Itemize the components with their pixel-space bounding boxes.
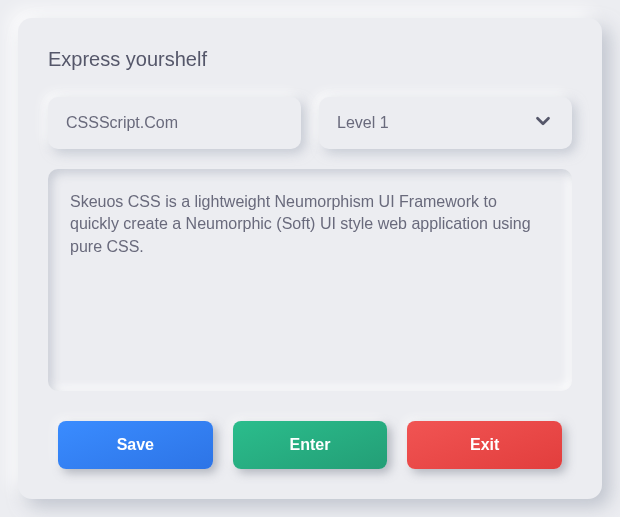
- input-row: Level 1: [48, 97, 572, 149]
- description-textarea[interactable]: [48, 169, 572, 391]
- button-row: Save Enter Exit: [48, 421, 572, 469]
- level-select-label: Level 1: [337, 114, 389, 132]
- save-button[interactable]: Save: [58, 421, 213, 469]
- exit-button[interactable]: Exit: [407, 421, 562, 469]
- level-select[interactable]: Level 1: [319, 97, 572, 149]
- enter-button[interactable]: Enter: [233, 421, 388, 469]
- form-title: Express yourshelf: [48, 48, 572, 71]
- form-card: Express yourshelf Level 1 Save Enter Exi…: [18, 18, 602, 499]
- chevron-down-icon: [532, 110, 554, 136]
- name-input[interactable]: [48, 97, 301, 149]
